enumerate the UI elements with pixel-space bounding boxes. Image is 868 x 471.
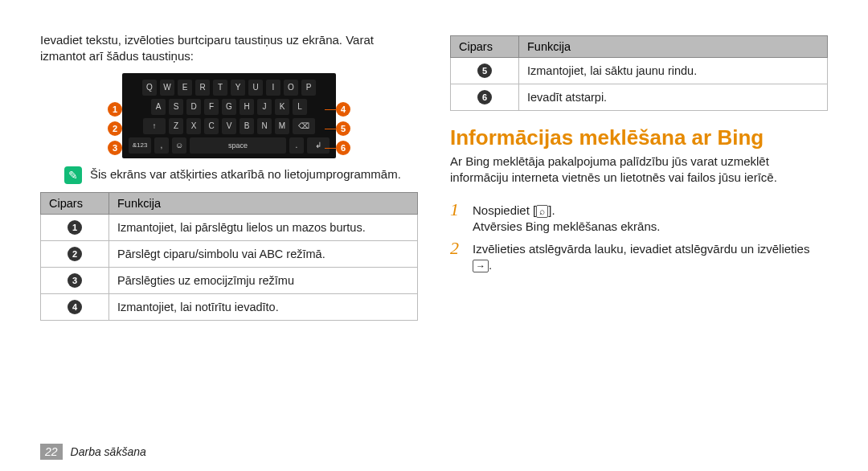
row-number-badge: 4 [68,300,82,314]
marker-1: 1 [108,102,122,117]
page-footer: 22 Darba sākšana [40,444,146,460]
section-heading: Informācijas meklēšana ar Bing [450,125,828,150]
row-number-badge: 3 [68,273,82,288]
row-number-cell: 6 [451,84,519,111]
table-row: 4Izmantojiet, lai notīrītu ievadīto. [41,293,418,320]
key-shift: ↑ [143,118,166,134]
row-number-badge: 6 [477,90,492,104]
section-description: Ar Bing meklētāja pakalpojuma palīdzību … [450,154,828,186]
section-name: Darba sākšana [71,445,146,458]
key-n: N [257,118,272,134]
table-row: 3Pārslēgties uz emocijzīmju režīmu [41,267,418,293]
key-x: X [186,118,201,134]
key-l: L [293,99,307,115]
row-number-cell: 5 [451,58,519,84]
table-row: 2Pārslēgt ciparu/simbolu vai ABC režīmā. [41,240,418,267]
row-number-cell: 3 [41,267,109,293]
row-number-badge: 1 [68,220,82,235]
key-numsym: &123 [129,137,151,154]
table-row: 6Ievadīt atstarpi. [451,84,828,111]
step-number: 2 [450,240,465,257]
row-function-cell: Izmantojiet, lai pārslēgtu lielos un maz… [109,214,418,240]
step-pre: Izvēlieties atslēgvārda lauku, ievadiet … [473,242,809,256]
key-e: E [178,80,192,96]
key-d: D [186,99,201,115]
marker-2: 2 [108,121,122,136]
step-post: . [489,258,492,272]
key-delete: ⌫ [293,118,315,134]
key-q: Q [142,80,157,96]
key-h: H [240,99,254,115]
key-comma: , [154,137,169,154]
note-icon: ✎ [64,166,82,184]
step-post: ]. [548,203,555,217]
row-number-cell: 4 [41,293,109,320]
page-number: 22 [40,444,63,460]
row-number-cell: 1 [41,214,109,240]
row-function-cell: Izmantojiet, lai sāktu jaunu rindu. [519,58,828,84]
key-f: F [204,99,219,115]
table-row: 5Izmantojiet, lai sāktu jaunu rindu. [451,58,828,84]
go-icon: → [473,260,489,272]
step: 1Nospiediet [⌕].Atvērsies Bing meklēšana… [450,201,828,236]
key-u: U [248,80,263,96]
key-dot: . [289,137,304,154]
table-row: 1Izmantojiet, lai pārslēgtu lielos un ma… [41,214,418,240]
key-b: B [240,118,254,134]
key-emoji: ☺ [172,137,186,154]
row-number-badge: 2 [68,247,82,261]
marker-3: 3 [108,141,122,155]
key-j: J [257,99,272,115]
step-pre: Nospiediet [ [473,203,536,217]
key-k: K [275,99,289,115]
function-table-left: Cipars Funkcija 1Izmantojiet, lai pārslē… [40,192,418,321]
key-s: S [169,99,183,115]
key-i: I [266,80,280,96]
row-function-cell: Izmantojiet, lai notīrītu ievadīto. [109,293,418,320]
row-number-badge: 5 [477,63,492,78]
th-number: Cipars [451,36,519,58]
key-m: M [275,118,289,134]
step: 2Izvēlieties atslēgvārda lauku, ievadiet… [450,240,828,274]
row-function-cell: Pārslēgties uz emocijzīmju režīmu [109,267,418,293]
key-enter: ↲ [307,137,330,154]
intro-text: Ievadiet tekstu, izvēloties burtciparu t… [40,32,418,65]
th-function: Funkcija [519,36,828,58]
marker-5: 5 [336,121,350,136]
key-v: V [222,118,236,134]
search-icon: ⌕ [536,205,548,218]
key-a: A [151,99,166,115]
key-c: C [204,118,219,134]
keyboard-illustration: 1 2 3 QWERTYUIOP ASDFGHJKL ↑ ZXCVBNM ⌫ &… [40,73,418,158]
step-after: Atvērsies Bing meklēšanas ekrāns. [473,219,660,233]
key-space: space [190,137,286,154]
key-r: R [195,80,210,96]
row-number-cell: 2 [41,240,109,267]
key-g: G [222,99,236,115]
marker-6: 6 [336,141,350,155]
key-z: Z [169,118,183,134]
row-function-cell: Ievadīt atstarpi. [519,84,828,111]
th-function: Funkcija [109,192,418,214]
step-text: Izvēlieties atslēgvārda lauku, ievadiet … [473,240,828,274]
key-y: Y [231,80,245,96]
step-text: Nospiediet [⌕].Atvērsies Bing meklēšanas… [473,201,660,236]
key-w: W [160,80,174,96]
key-p: P [301,80,316,96]
key-t: T [213,80,227,96]
th-number: Cipars [41,192,109,214]
marker-4: 4 [336,102,350,117]
key-o: O [284,80,298,96]
function-table-right: Cipars Funkcija 5Izmantojiet, lai sāktu … [450,35,828,111]
step-number: 1 [450,201,465,219]
note-text: Šis ekrāns var atšķirties atkarībā no li… [90,166,401,182]
row-function-cell: Pārslēgt ciparu/simbolu vai ABC režīmā. [109,240,418,267]
